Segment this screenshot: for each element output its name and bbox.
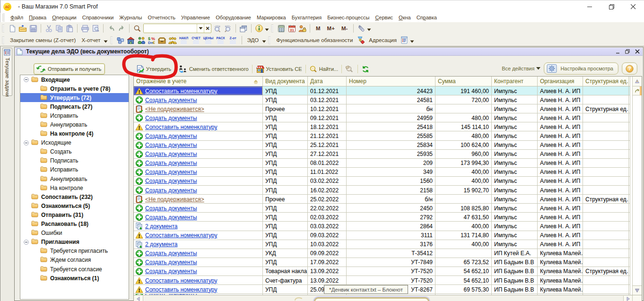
- table-row-14[interactable]: Создать документыУПД22.02.20222450108 82…: [134, 204, 642, 213]
- scroll-right-button[interactable]: [623, 296, 633, 301]
- edo-restore-button[interactable]: [624, 48, 631, 55]
- vertical-scroll-thumb[interactable]: [640, 86, 642, 95]
- tree-item-7[interactable]: На контроле (4): [20, 129, 129, 138]
- tree-item-22[interactable]: Требуется согласие: [20, 265, 129, 274]
- edo-close-button[interactable]: [634, 48, 641, 55]
- bill-doc-button[interactable]: СЧЕТ: [191, 36, 202, 44]
- interface-blocks-icon[interactable]: [115, 35, 126, 45]
- drawer-icon[interactable]: [157, 35, 167, 45]
- scroll-left-button[interactable]: [134, 296, 143, 301]
- action-link[interactable]: Сопоставить номенклатуру: [145, 277, 217, 284]
- action-link[interactable]: Создать документы: [145, 97, 197, 103]
- action-link[interactable]: Сопоставить номенклатуру: [145, 286, 217, 293]
- close-shift-button[interactable]: Закрытие смены (Z-отчет): [7, 37, 78, 43]
- action-link[interactable]: Создать документы: [145, 133, 197, 139]
- menu-item-10[interactable]: Бухгалтерия: [289, 14, 325, 21]
- tree-item-16[interactable]: Отправить (31): [20, 210, 129, 219]
- column-header-3[interactable]: Дата: [308, 77, 347, 86]
- menu-item-7[interactable]: Управление: [178, 14, 213, 21]
- table-row-20[interactable]: Создать документыУПД17.09.2022УТ-784965 …: [134, 258, 642, 267]
- table-row-22[interactable]: Сопоставить номенклатуруСчет-фактура13.0…: [134, 276, 642, 285]
- tree-item-8[interactable]: Исходящие: [20, 138, 129, 147]
- current-tasks-tab[interactable]: Текущие задачи: [2, 48, 12, 96]
- table-row-21[interactable]: Создать документыТоварная накла…13.09.20…: [134, 267, 642, 276]
- table-row-13[interactable]: <Не поддерживается>Прочее25.02.2022б/нИм…: [134, 195, 642, 204]
- tree-item-11[interactable]: Исправить: [20, 165, 129, 174]
- undo-icon[interactable]: [106, 23, 116, 34]
- prices-doc-button[interactable]: ЦЕНЫ: [203, 36, 214, 44]
- page-list-icon[interactable]: [400, 35, 410, 45]
- column-header-1[interactable]: Отражение в учете: [134, 77, 263, 86]
- action-link[interactable]: Создать документы: [145, 259, 197, 266]
- menu-item-4[interactable]: Справочники: [79, 14, 117, 21]
- staff-group-icon[interactable]: [167, 35, 178, 45]
- action-link[interactable]: Создать документы: [145, 187, 197, 194]
- tree-item-1[interactable]: Входящие: [20, 75, 129, 84]
- search-input[interactable]: [144, 24, 197, 33]
- action-link[interactable]: 2 документа: [145, 241, 178, 248]
- table-row-6[interactable]: Создать документыУПД21.12.202125585480,0…: [134, 131, 642, 140]
- invoice-doc-button[interactable]: НАКЛ: [178, 36, 190, 44]
- scroll-down-button[interactable]: [633, 285, 642, 295]
- tree-item-15[interactable]: Ознакомиться (5): [20, 201, 129, 210]
- tree-item-23[interactable]: Ознакомиться (1): [20, 274, 129, 283]
- action-link[interactable]: Создать документы: [145, 250, 197, 257]
- menu-item-11[interactable]: Бизнес-процессы: [324, 14, 372, 21]
- paste-icon[interactable]: [64, 23, 75, 34]
- table-row-19[interactable]: Создать документыУКД09.09.2022Т-35412ИП …: [134, 249, 642, 258]
- vertical-scrollbar[interactable]: [632, 77, 642, 301]
- table-row-1[interactable]: Сопоставить номенклатуруУПД01.12.2021244…: [134, 86, 642, 95]
- table-row-16[interactable]: 2 документаУПД03.03.20222864400,00Импуль…: [134, 222, 642, 231]
- action-approve-doc[interactable]: Утвердить: [135, 65, 172, 73]
- table-row-18[interactable]: 2 документаУПД10.03.20223176400,00Импуль…: [134, 240, 642, 249]
- tree-item-18[interactable]: Ошибки: [20, 229, 129, 238]
- action-link[interactable]: Создать документы: [145, 151, 197, 157]
- tree-item-10[interactable]: Подписать: [20, 156, 129, 165]
- action-link[interactable]: <Не поддерживается>: [145, 196, 204, 203]
- addressing-button[interactable]: Адресация: [366, 37, 400, 43]
- action-link[interactable]: Создать документы: [145, 178, 197, 184]
- menu-item-12[interactable]: Сервис: [372, 14, 396, 21]
- action-link[interactable]: Создать документы: [145, 169, 197, 175]
- action-change-responsible[interactable]: Сменить ответственного: [177, 65, 250, 73]
- table-row-7[interactable]: Создать документыУПД25.12.202125834100 6…: [134, 141, 642, 150]
- collapse-icon[interactable]: [24, 140, 29, 146]
- clear-search-icon[interactable]: ✕: [204, 24, 211, 33]
- menu-item-1[interactable]: Файл: [8, 14, 26, 21]
- tree-item-6[interactable]: Аннулировать: [20, 120, 129, 129]
- menu-item-2[interactable]: Правка: [26, 14, 49, 21]
- action-link[interactable]: Сопоставить номенклатуру: [145, 88, 217, 95]
- menu-item-3[interactable]: Операции: [49, 14, 79, 21]
- action-clear-find[interactable]: [344, 65, 355, 73]
- redo-icon[interactable]: [116, 23, 127, 34]
- combo-dropdown-icon[interactable]: [197, 24, 204, 33]
- table-row-15[interactable]: Создать документыУПД02.03.2022279247 631…: [134, 213, 642, 222]
- new-document-icon[interactable]: [7, 23, 17, 34]
- column-header-5[interactable]: Сумма: [435, 77, 492, 86]
- action-link[interactable]: Создать документы: [145, 142, 197, 148]
- windows-list-icon[interactable]: [238, 23, 249, 34]
- dropdown-arrow-icon[interactable]: [104, 36, 108, 44]
- table-row-12[interactable]: Создать документыУПД16.02.2022215815 902…: [134, 186, 642, 195]
- tree-item-21[interactable]: Ждем согласия: [20, 256, 129, 265]
- column-header-8[interactable]: Структурная ед…: [583, 77, 629, 86]
- tree-item-4[interactable]: Подписать (27): [20, 102, 129, 111]
- find-previous-icon[interactable]: [223, 23, 233, 34]
- table-row-2[interactable]: Создать документыУПД03.12.202124581720,0…: [134, 95, 642, 104]
- table-row-8[interactable]: Создать документыУПД27.12.202125935960,0…: [134, 150, 642, 159]
- info-icon[interactable]: [254, 23, 264, 34]
- functional-duties-button[interactable]: Функциональные обязанности: [273, 37, 356, 43]
- dropdown-arrow-icon[interactable]: [410, 36, 415, 44]
- menu-item-14[interactable]: Справка: [414, 14, 440, 21]
- table-row-17[interactable]: Сопоставить номенклатуруУПД09.03.2022311…: [134, 231, 642, 240]
- calendar-icon[interactable]: 31: [287, 23, 297, 34]
- find-icon[interactable]: [132, 23, 142, 34]
- funnel-icon[interactable]: [356, 35, 366, 45]
- action-structural-unit-store[interactable]: Установить СЕ: [255, 65, 303, 73]
- print-icon[interactable]: [80, 23, 90, 34]
- minimize-button[interactable]: [579, 0, 600, 13]
- currency-exchange-icon[interactable]: $%Dm€: [147, 35, 157, 45]
- find-next-icon[interactable]: [212, 23, 223, 34]
- tree-item-20[interactable]: Требуется пригласить: [20, 247, 129, 256]
- all-actions-button[interactable]: Все действия: [502, 66, 540, 71]
